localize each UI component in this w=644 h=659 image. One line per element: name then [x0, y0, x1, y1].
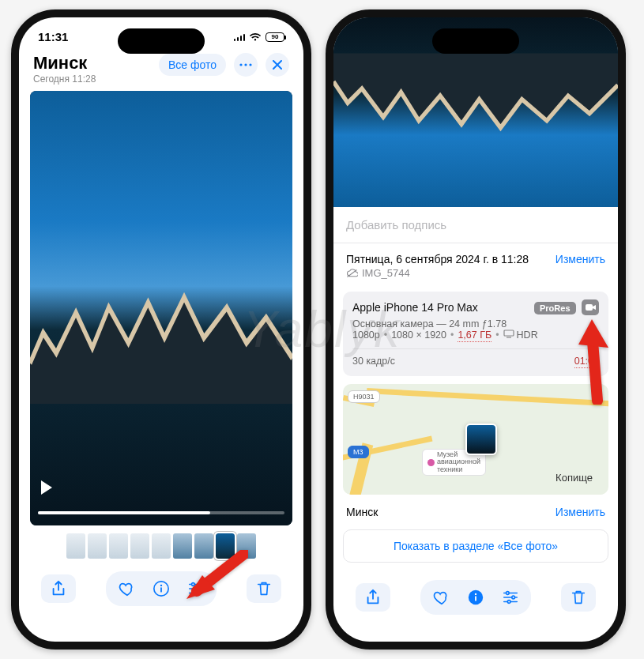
thumbnail[interactable] [88, 533, 107, 559]
phone-right: Добавить подпись Пятница, 6 сентября 202… [326, 9, 626, 650]
close-icon [273, 60, 282, 70]
adjust-button[interactable] [493, 583, 528, 612]
svg-rect-13 [475, 596, 476, 601]
share-icon [364, 589, 382, 606]
ellipsis-icon [239, 63, 252, 66]
share-button[interactable] [41, 574, 76, 603]
cellular-icon [234, 32, 246, 41]
edit-location-button[interactable]: Изменить [555, 506, 605, 518]
wifi-icon [249, 32, 262, 42]
edit-date-button[interactable]: Изменить [555, 253, 605, 265]
trash-icon [255, 580, 273, 597]
page-title: Минск [33, 53, 96, 73]
share-button[interactable] [356, 583, 390, 612]
delete-button[interactable] [247, 574, 281, 603]
road-label: H9031 [353, 393, 375, 401]
trash-icon [570, 589, 587, 606]
bottom-toolbar [333, 572, 618, 626]
meta-date: Пятница, 6 сентября 2024 г. в 11:28 [346, 253, 529, 265]
info-icon [153, 580, 170, 597]
video-progress[interactable] [38, 511, 284, 514]
lens-info: Основная камера — 24 mm ƒ1.78 [352, 318, 599, 330]
no-sync-icon [346, 269, 358, 278]
info-icon [467, 589, 484, 606]
dynamic-island [432, 28, 519, 54]
filename: IMG_5744 [362, 267, 410, 279]
more-button[interactable] [234, 53, 258, 77]
annotation-arrow [185, 550, 248, 608]
spec-resolution: 1080p [352, 330, 380, 342]
share-icon [50, 580, 67, 597]
dynamic-island [118, 28, 205, 54]
spec-filesize: 1,67 ГБ [458, 330, 491, 342]
info-button[interactable] [458, 583, 493, 612]
thumbnail[interactable] [130, 533, 149, 559]
map-place-label: Копище [555, 472, 593, 484]
annotation-arrow [566, 318, 613, 408]
thumbnail[interactable] [66, 533, 85, 559]
svg-rect-10 [504, 330, 514, 336]
play-icon[interactable] [40, 480, 54, 499]
svg-point-16 [507, 601, 510, 604]
spec-hdr: HDR [514, 330, 538, 342]
map-pin-thumbnail [465, 424, 497, 455]
page-subtitle: Сегодня 11:28 [33, 73, 96, 85]
device-name: Apple iPhone 14 Pro Max [352, 301, 478, 314]
video-badge-icon [582, 299, 599, 315]
all-photos-button[interactable]: Все фото [159, 54, 226, 76]
favorite-button[interactable] [109, 574, 144, 603]
svg-point-1 [244, 63, 247, 66]
svg-point-12 [475, 593, 476, 595]
svg-point-15 [512, 596, 515, 599]
favorite-button[interactable] [424, 583, 458, 612]
poi-icon [427, 459, 435, 466]
display-icon [503, 330, 514, 338]
svg-rect-9 [586, 304, 593, 311]
video-preview[interactable] [30, 91, 292, 525]
svg-rect-5 [160, 587, 162, 592]
svg-point-4 [160, 585, 162, 586]
prores-badge: ProRes [534, 302, 576, 314]
thumbnail-strip[interactable] [19, 525, 303, 563]
battery-icon: 90 [266, 32, 284, 42]
thumbnail[interactable] [109, 533, 128, 559]
spec-dimensions: 1080 × 1920 [391, 330, 446, 342]
bottom-toolbar [19, 563, 303, 617]
spec-fps: 30 кадр/с [352, 356, 395, 368]
status-time: 11:31 [38, 30, 68, 43]
heart-icon [118, 580, 135, 597]
heart-icon [432, 589, 450, 606]
caption-input[interactable]: Добавить подпись [333, 207, 618, 243]
thumbnail[interactable] [152, 533, 171, 559]
sliders-icon [502, 589, 519, 606]
road-label: М3 [353, 448, 363, 456]
phone-left: 11:31 90 Минск Сегодня 11:28 Все фото [11, 9, 311, 650]
close-button[interactable] [266, 53, 289, 77]
svg-point-0 [239, 63, 242, 66]
location-city: Минск [346, 506, 378, 518]
delete-button[interactable] [561, 583, 596, 612]
svg-point-2 [249, 63, 251, 66]
info-button[interactable] [144, 574, 179, 603]
show-in-all-photos-button[interactable]: Показать в разделе «Все фото» [343, 529, 608, 563]
svg-point-14 [507, 592, 510, 595]
